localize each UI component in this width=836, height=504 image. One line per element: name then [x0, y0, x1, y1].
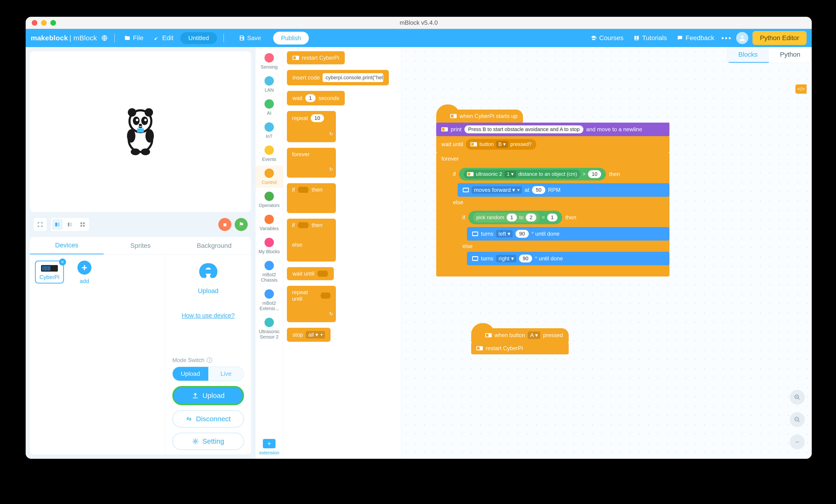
disconnect-button[interactable]: Disconnect — [172, 410, 244, 428]
value[interactable]: 1 — [305, 94, 316, 102]
direction-dropdown[interactable]: moves forward ▾ — [472, 186, 522, 194]
zoom-reset-button[interactable] — [790, 434, 805, 449]
value[interactable]: 90 — [519, 255, 532, 263]
block-stop[interactable]: stop all ▾ — [287, 328, 330, 342]
tab-background[interactable]: Background — [177, 237, 251, 254]
block-restart-cyberpi[interactable]: restart CyberPi — [471, 342, 569, 354]
category-events[interactable]: Events — [255, 143, 283, 165]
tab-sprites[interactable]: Sprites — [103, 237, 177, 254]
edit-menu[interactable]: Edit — [150, 33, 176, 43]
value[interactable]: 50 — [532, 186, 545, 194]
hat-when-starts-up[interactable]: when CyberPi starts up — [436, 110, 523, 123]
print-text[interactable]: Press B to start obstacle avoidance and … — [464, 125, 583, 133]
tab-blocks[interactable]: Blocks — [727, 47, 768, 63]
zoom-window-button[interactable] — [50, 20, 56, 26]
block-forever[interactable]: forever ↻ — [287, 148, 336, 178]
block-if-random[interactable]: if pick random 1 to 2 — [458, 208, 669, 269]
block-repeat[interactable]: repeat10 ↻ — [287, 111, 336, 142]
courses-link[interactable]: Courses — [588, 33, 626, 43]
code-input[interactable]: cyberpi.console.print("hello — [323, 73, 383, 82]
script-stack-1[interactable]: when CyberPi starts up print Press B to … — [436, 110, 669, 276]
block-if-then[interactable]: ifthen — [287, 183, 336, 213]
add-extension[interactable]: + extension — [259, 439, 279, 455]
fullscreen-button[interactable] — [35, 219, 45, 230]
hat-when-button-a[interactable]: when button A ▾ pressed — [471, 328, 569, 342]
minimize-window-button[interactable] — [41, 20, 47, 26]
block-insert-code[interactable]: insert code cyberpi.console.print("hello — [287, 70, 389, 85]
reporter-ultrasonic[interactable]: ultrasonic 2 1 ▾ distance to an object (… — [464, 170, 580, 178]
seg-live[interactable]: Live — [208, 367, 244, 381]
block-repeat-until[interactable]: repeat until ↻ — [287, 286, 336, 322]
script-canvas[interactable]: Blocks Python </> when CyberPi starts up… — [401, 47, 812, 459]
category-control[interactable]: Control — [255, 166, 283, 188]
setting-button[interactable]: Setting — [172, 433, 244, 450]
script-stack-2[interactable]: when button A ▾ pressed restart CyberPi — [471, 328, 569, 354]
block-turn-right[interactable]: turns right ▾ 90 ° until done — [467, 252, 669, 265]
python-editor-button[interactable]: Python Editor — [753, 31, 806, 45]
reporter-pick-random[interactable]: pick random 1 to 2 — [473, 213, 539, 222]
tab-devices[interactable]: Devices — [30, 237, 103, 254]
remove-device-icon[interactable]: × — [59, 258, 66, 266]
globe-icon[interactable] — [101, 35, 108, 41]
block-if-else[interactable]: ifthen else — [287, 219, 336, 261]
tutorials-link[interactable]: Tutorials — [630, 33, 670, 43]
category-ultra[interactable]: Ultrasonic Sensor 2 — [255, 315, 283, 343]
view-split-button[interactable] — [52, 219, 63, 230]
go-button[interactable]: ⚑ — [235, 218, 248, 231]
file-menu[interactable]: File — [121, 33, 146, 43]
block-wait-until[interactable]: wait until — [287, 267, 334, 280]
value[interactable]: 2 — [526, 214, 536, 221]
user-avatar[interactable] — [736, 32, 748, 44]
view-grid-button[interactable] — [77, 219, 88, 230]
condition-slot[interactable] — [317, 271, 328, 277]
direction-dropdown[interactable]: left ▾ — [496, 230, 513, 237]
upload-button[interactable]: Upload — [172, 386, 244, 405]
category-mbot2e[interactable]: mBot2 Extensi... — [255, 287, 283, 314]
block-print[interactable]: print Press B to start obstacle avoidanc… — [436, 123, 669, 136]
port-dropdown[interactable]: 1 ▾ — [505, 171, 516, 178]
button-dropdown[interactable]: A ▾ — [528, 331, 540, 339]
mode-segmented[interactable]: Upload Live — [172, 367, 244, 381]
publish-button[interactable]: Publish — [273, 32, 309, 44]
how-to-use-link[interactable]: How to use device? — [182, 312, 235, 319]
category-operators[interactable]: Operators — [255, 189, 283, 211]
category-myblocks[interactable]: My Blocks — [255, 235, 283, 257]
category-mbot2c[interactable]: mBot2 Chassis — [255, 258, 283, 286]
info-icon[interactable]: i — [207, 357, 212, 363]
block-wait-seconds[interactable]: wait 1 seconds — [287, 91, 345, 105]
block-move-forward[interactable]: moves forward ▾ at 50 RPM — [458, 183, 669, 197]
tab-python[interactable]: Python — [769, 47, 812, 63]
category-lan[interactable]: LAN — [255, 74, 283, 96]
save-button[interactable]: Save — [230, 32, 269, 44]
cond-button-pressed[interactable]: button B ▾ pressed? — [466, 139, 536, 150]
cond-distance[interactable]: ultrasonic 2 1 ▾ distance to an object (… — [459, 168, 606, 180]
condition-slot[interactable] — [298, 222, 309, 228]
value[interactable]: 10 — [588, 170, 601, 178]
button-dropdown[interactable]: B ▾ — [496, 141, 508, 148]
device-cyberpi[interactable]: × CyberPi — [35, 260, 64, 284]
block-if-distance[interactable]: if ultrasonic 2 1 ▾ distance to an objec… — [448, 165, 669, 272]
category-variables[interactable]: Variables — [255, 212, 283, 234]
value[interactable]: 10 — [311, 114, 324, 122]
view-stage-button[interactable] — [64, 219, 75, 230]
condition-slot[interactable] — [321, 293, 331, 298]
condition-slot[interactable] — [298, 187, 309, 193]
add-device[interactable]: + add — [70, 260, 99, 285]
value[interactable]: 90 — [515, 230, 529, 238]
cond-random-eq[interactable]: pick random 1 to 2 = 1 — [468, 211, 562, 224]
project-title[interactable]: Untitled — [180, 32, 217, 44]
stop-option[interactable]: all ▾ — [306, 331, 325, 338]
more-menu[interactable]: ••• — [721, 34, 732, 42]
category-iot[interactable]: IoT — [255, 120, 283, 142]
value[interactable]: 1 — [507, 214, 517, 221]
block-turn-left[interactable]: turns left ▾ 90 ° until done — [467, 227, 669, 240]
toggle-code-view[interactable]: </> — [795, 84, 806, 94]
block-restart-cyberpi[interactable]: restart CyberPi — [287, 51, 345, 64]
zoom-in-button[interactable] — [790, 390, 805, 405]
zoom-out-button[interactable] — [790, 412, 805, 427]
block-wait-until-button-b[interactable]: wait until button B ▾ pressed? — [436, 136, 669, 153]
close-window-button[interactable] — [32, 20, 37, 26]
seg-upload[interactable]: Upload — [173, 367, 208, 381]
category-ai[interactable]: AI — [255, 97, 283, 119]
stage[interactable] — [30, 51, 251, 212]
